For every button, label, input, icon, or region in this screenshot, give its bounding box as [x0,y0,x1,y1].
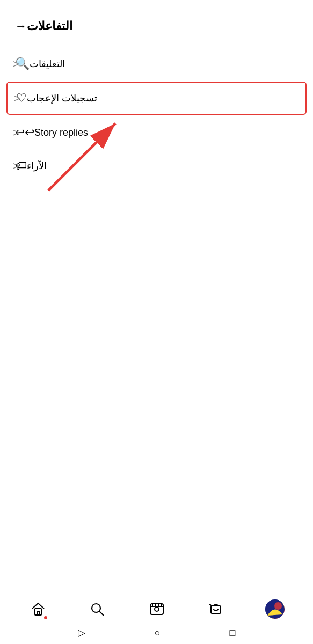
svg-point-3 [274,602,282,610]
svg-point-6 [155,607,159,611]
nav-avatar-button[interactable] [261,596,288,623]
avatar [265,599,285,619]
menu-item-comments[interactable]: < التعليقات 🔍 [0,47,313,80]
nav-reels-button[interactable] [143,596,170,623]
svg-point-2 [265,599,285,619]
chevron-left-icon: < [13,160,19,172]
home-notification-dot [44,616,47,619]
nav-shop-button[interactable] [202,596,229,623]
header-row: التفاعلات → [0,0,313,42]
story-replies-label: Story replies [34,127,88,138]
chevron-left-icon: < [13,58,19,70]
comments-label: التعليقات [30,58,65,70]
back-button[interactable]: □ [230,627,236,639]
page-container: التفاعلات → < التعليقات 🔍 < تسجيلات الإع… [0,0,313,644]
likes-label: تسجيلات الإعجاب [27,92,97,104]
nav-search-button[interactable] [84,596,111,623]
home-button[interactable]: ○ [155,627,161,639]
menu-list: < التعليقات 🔍 < تسجيلات الإعجاب ♡ < Stor… [0,42,313,588]
svg-point-12 [92,604,100,612]
svg-rect-4 [211,606,221,613]
nav-icons-row [0,596,313,623]
bottom-nav: □ ○ ▷ [0,588,313,644]
reviews-label: الآراء [27,160,47,172]
header-arrow-icon: → [15,19,27,33]
system-nav-row: □ ○ ▷ [0,623,313,641]
nav-home-button[interactable] [25,596,52,623]
recent-button[interactable]: ▷ [78,627,85,639]
menu-item-story-replies[interactable]: < Story replies ↩ [0,116,313,149]
page-title: التفاعلات [27,19,72,33]
menu-item-likes[interactable]: < تسجيلات الإعجاب ♡ [6,82,307,115]
chevron-left-icon: < [13,127,19,139]
chevron-left-icon: < [14,92,20,105]
svg-line-13 [99,611,104,616]
svg-rect-15 [37,611,39,615]
menu-item-reviews[interactable]: < الآراء 🏷 [0,149,313,182]
